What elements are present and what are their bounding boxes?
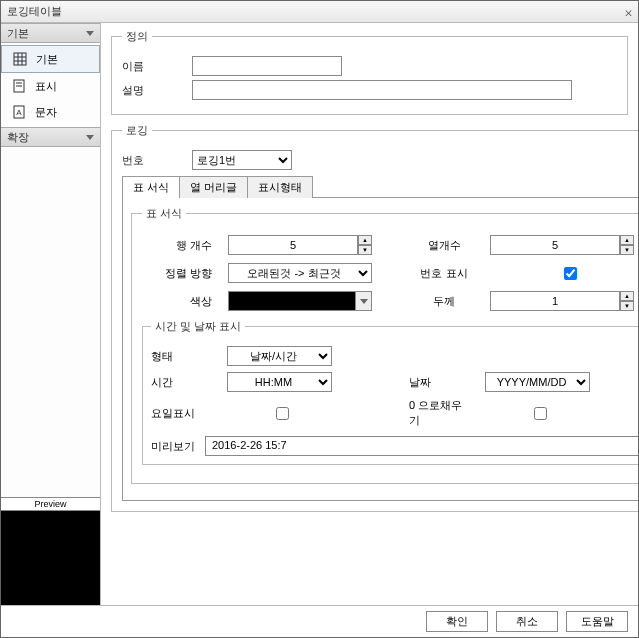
- chevron-down-icon[interactable]: [356, 291, 372, 311]
- thickness-label: 두께: [414, 294, 474, 309]
- color-label: 색상: [142, 294, 212, 309]
- spin-up-icon[interactable]: ▲: [620, 291, 634, 301]
- sidebar-ext-label: 확장: [7, 130, 29, 145]
- window-title: 로깅테이블: [7, 4, 62, 19]
- date-select[interactable]: YYYY/MM/DD: [485, 372, 590, 392]
- date-label: 날짜: [409, 375, 469, 390]
- tab-col-header[interactable]: 열 머리글: [179, 176, 248, 198]
- row-count-label: 행 개수: [142, 238, 212, 253]
- form-select[interactable]: 날짜/시간: [227, 346, 332, 366]
- close-icon[interactable]: ⨉: [625, 5, 632, 19]
- ok-button[interactable]: 확인: [426, 611, 488, 632]
- form-label: 형태: [151, 349, 211, 364]
- dialog-window: 로깅테이블 ⨉ 기본 기본 표시: [0, 0, 639, 638]
- svg-text:A: A: [16, 108, 22, 117]
- time-select[interactable]: HH:MM: [227, 372, 332, 392]
- dow-label: 요일표시: [151, 406, 211, 421]
- cancel-button[interactable]: 취소: [496, 611, 558, 632]
- numshow-checkbox[interactable]: [564, 267, 577, 280]
- definition-legend: 정의: [122, 29, 152, 44]
- preview-label: Preview: [1, 497, 100, 511]
- sidebar-basic-label: 기본: [7, 26, 29, 41]
- logging-group: 로깅 번호 로깅1번 표 서식 열 머리글 표시형태 표 서식: [111, 123, 638, 512]
- col-count-label: 열개수: [414, 238, 474, 253]
- table-format-legend: 표 서식: [142, 206, 186, 221]
- svg-rect-0: [14, 53, 26, 65]
- sidebar-item-label: 표시: [35, 79, 57, 94]
- tab-table-format[interactable]: 표 서식: [122, 176, 180, 198]
- sidebar-item-label: 기본: [36, 52, 58, 67]
- spin-down-icon[interactable]: ▼: [620, 245, 634, 255]
- sidebar-item-basic[interactable]: 기본: [1, 45, 100, 73]
- tabbar: 표 서식 열 머리글 표시형태: [122, 176, 638, 198]
- sidebar-ext-header[interactable]: 확장: [1, 127, 100, 147]
- preview-panel: Preview: [1, 497, 100, 605]
- chevron-down-icon: [86, 31, 94, 36]
- sidebar-item-display[interactable]: 표시: [1, 73, 100, 99]
- desc-input[interactable]: [192, 80, 572, 100]
- zero-label: 0 으로채우기: [409, 398, 469, 428]
- sort-select[interactable]: 오래된것 -> 최근것: [228, 263, 372, 283]
- thickness-spinner[interactable]: ▲▼: [490, 291, 638, 311]
- color-swatch: [228, 291, 356, 311]
- page-icon: [11, 78, 27, 94]
- preview-value: 2016-2-26 15:7: [205, 436, 638, 456]
- titlebar: 로깅테이블 ⨉: [1, 1, 638, 23]
- text-icon: A: [11, 104, 27, 120]
- help-button[interactable]: 도움말: [566, 611, 628, 632]
- footer: 확인 취소 도움말: [1, 605, 638, 637]
- name-input[interactable]: [192, 56, 342, 76]
- definition-group: 정의 이름 설명: [111, 29, 628, 115]
- spin-down-icon[interactable]: ▼: [358, 245, 372, 255]
- preview-box: [1, 511, 100, 605]
- sort-label: 정렬 방향: [142, 266, 212, 281]
- desc-label: 설명: [122, 83, 182, 98]
- tab-panel: 표 서식 행 개수 ▲▼ 열개수 ▲▼: [122, 197, 638, 501]
- spin-up-icon[interactable]: ▲: [620, 235, 634, 245]
- number-select[interactable]: 로깅1번: [192, 150, 292, 170]
- number-label: 번호: [122, 153, 182, 168]
- table-format-group: 표 서식 행 개수 ▲▼ 열개수 ▲▼: [131, 206, 638, 484]
- preview-label: 미리보기: [151, 439, 195, 454]
- name-label: 이름: [122, 59, 182, 74]
- thickness-input[interactable]: [490, 291, 620, 311]
- row-count-spinner[interactable]: ▲▼: [228, 235, 398, 255]
- table-icon: [12, 51, 28, 67]
- chevron-down-icon: [86, 135, 94, 140]
- row-count-input[interactable]: [228, 235, 358, 255]
- sidebar-item-label: 문자: [35, 105, 57, 120]
- color-select[interactable]: [228, 291, 398, 311]
- logging-legend: 로깅: [122, 123, 152, 138]
- sidebar: 기본 기본 표시 A: [1, 23, 101, 605]
- sidebar-item-text[interactable]: A 문자: [1, 99, 100, 125]
- zero-checkbox[interactable]: [534, 407, 547, 420]
- datetime-legend: 시간 및 날짜 표시: [151, 319, 245, 334]
- dow-checkbox[interactable]: [276, 407, 289, 420]
- col-count-spinner[interactable]: ▲▼: [490, 235, 638, 255]
- time-label: 시간: [151, 375, 211, 390]
- main-panel: 정의 이름 설명 로깅 번호 로깅1번: [101, 23, 638, 605]
- numshow-label: 번호 표시: [414, 266, 474, 281]
- spin-down-icon[interactable]: ▼: [620, 301, 634, 311]
- sidebar-basic-header[interactable]: 기본: [1, 23, 100, 43]
- tab-display-form[interactable]: 표시형태: [247, 176, 313, 198]
- col-count-input[interactable]: [490, 235, 620, 255]
- datetime-group: 시간 및 날짜 표시 형태 날짜/시간 시간 HH:MM 날짜 YYYY/MM/…: [142, 319, 638, 465]
- spin-up-icon[interactable]: ▲: [358, 235, 372, 245]
